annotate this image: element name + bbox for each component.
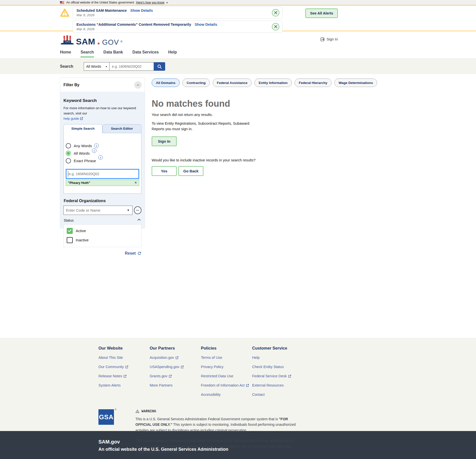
pill-entity-information[interactable]: Entity Information	[254, 78, 292, 87]
pill-federal-assistance[interactable]: Federal Assistance	[213, 78, 252, 87]
chevron-up-icon[interactable]	[137, 219, 141, 222]
footer-link-acquisition-gov[interactable]: Acquisition.gov	[150, 356, 201, 360]
nav-item-help[interactable]: Help	[168, 50, 177, 57]
uncle-sam-hat-icon: ★★★	[60, 35, 74, 46]
site-header: ★★★ SAM★GOV® Sign In	[0, 31, 476, 50]
radio-all-words[interactable]	[66, 151, 71, 156]
footer-column-our-website: Our Website About This Site Our Communit…	[98, 346, 150, 402]
status-section-title: Status	[64, 218, 74, 222]
yes-button[interactable]: Yes	[152, 166, 177, 176]
show-details-link[interactable]: Show Details	[195, 22, 217, 26]
footer-link-usaspending-gov[interactable]: USASpending.gov	[150, 365, 201, 369]
footer-link-accessibility[interactable]: Accessibility	[201, 393, 252, 397]
footer-link-federal-service-desk[interactable]: Federal Service Desk	[252, 374, 303, 378]
how-you-know-link[interactable]: Here's how you know	[136, 1, 164, 4]
footer-column-policies: Policies Terms of Use Privacy Policy Res…	[201, 346, 252, 402]
keyword-search-description: For more information on how to use our k…	[63, 106, 141, 116]
sam-gov-logo[interactable]: ★★★ SAM★GOV®	[60, 35, 122, 46]
federal-organizations-title: Federal Organizations	[64, 199, 141, 203]
checkbox-active[interactable]	[67, 228, 73, 234]
footer-column-title: Our Website	[98, 346, 150, 351]
nav-item-home[interactable]: Home	[60, 50, 71, 57]
warning-block: WARNING This is a U.S. General Services …	[135, 409, 298, 459]
pill-wage-determinations[interactable]: Wage Determinations	[334, 78, 377, 87]
reset-filters-link[interactable]: Reset	[125, 251, 136, 256]
alert-card: Exclusions “Additional Comments” Content…	[73, 20, 283, 33]
checkbox-active-label: Active	[76, 229, 86, 233]
footer-link-external-resources[interactable]: External Resources	[252, 383, 303, 387]
show-details-link[interactable]: Show Details	[130, 8, 153, 12]
help-guide-label: help guide	[63, 117, 79, 120]
more-options-button[interactable]: •••	[134, 206, 141, 214]
federal-organizations-combobox[interactable]: ▼	[63, 206, 132, 215]
federal-organizations-input[interactable]	[64, 206, 124, 214]
nav-item-data-bank[interactable]: Data Bank	[103, 50, 123, 57]
alerts-section: Scheduled SAM Maintenance Show Details M…	[0, 5, 476, 31]
nav-item-data-services[interactable]: Data Services	[132, 50, 159, 57]
see-all-alerts-button[interactable]: See All Alerts	[305, 8, 338, 18]
keyword-search-input[interactable]	[66, 169, 139, 179]
radio-any-words[interactable]	[66, 143, 71, 148]
alert-close-button[interactable]	[272, 23, 279, 30]
logo-text-sam: SAM	[76, 37, 95, 46]
collapse-filters-button[interactable]: −	[134, 81, 142, 89]
gsa-logo: GSA	[98, 409, 114, 425]
status-filter-box: Active Inactive	[63, 224, 141, 247]
nav-item-search[interactable]: Search	[80, 50, 94, 57]
no-matches-subtext: Your search did not return any results.	[152, 113, 416, 117]
info-icon[interactable]: i	[98, 155, 103, 160]
footer-link-terms-of-use[interactable]: Terms of Use	[201, 356, 252, 360]
footer-link-privacy-policy[interactable]: Privacy Policy	[201, 365, 252, 369]
footer-link-check-entity-status[interactable]: Check Entity Status	[252, 365, 303, 369]
go-back-button[interactable]: Go Back	[178, 166, 203, 176]
help-guide-link[interactable]: help guide	[63, 117, 83, 120]
alert-row: Exclusions “Additional Comments” Content…	[60, 20, 416, 33]
tab-simple-search[interactable]: Simple Search	[63, 124, 102, 133]
footer-link-release-notes[interactable]: Release Notes	[98, 374, 150, 378]
external-link-icon	[125, 365, 128, 369]
search-submit-button[interactable]	[154, 62, 165, 71]
gsa-registered-mark: ®	[115, 408, 116, 411]
external-link-icon	[181, 365, 184, 369]
footer-column-title: Policies	[201, 346, 252, 351]
info-icon[interactable]: i	[94, 143, 99, 148]
logo-registered-mark: ®	[120, 40, 122, 43]
pill-federal-hierarchy[interactable]: Federal Hierarchy	[295, 78, 332, 87]
domain-filter-pills: All Domains Contracting Federal Assistan…	[152, 78, 416, 87]
footer-column-customer-service: Customer Service Help Check Entity Statu…	[252, 346, 303, 402]
alert-card: Scheduled SAM Maintenance Show Details M…	[73, 6, 283, 19]
warning-paragraph-1: This is a U.S. General Services Administ…	[135, 416, 298, 433]
footer-link-more-partners[interactable]: More Partners	[150, 383, 201, 387]
footer-link-our-community[interactable]: Our Community	[98, 365, 150, 369]
pill-contracting[interactable]: Contracting	[182, 78, 210, 87]
search-mode-select[interactable]: All Words ▾	[84, 62, 109, 71]
logo-star-icon: ★	[97, 41, 100, 46]
sign-in-note: To view Entity Registrations, Subcontrac…	[152, 121, 254, 132]
radio-exact-phrase[interactable]	[66, 158, 71, 163]
refresh-icon	[137, 251, 141, 255]
tab-search-editor[interactable]: Search Editor	[102, 124, 141, 133]
footer-column-title: Our Partners	[150, 346, 201, 351]
footer-link-about-this-site[interactable]: About This Site	[98, 356, 150, 360]
external-link-icon	[169, 375, 172, 378]
chip-remove-icon[interactable]: ✕	[134, 181, 137, 184]
pill-all-domains[interactable]: All Domains	[152, 78, 180, 87]
alert-close-button[interactable]	[272, 9, 279, 16]
info-icon[interactable]: i	[92, 148, 96, 153]
footer-link-contact[interactable]: Contact	[252, 393, 303, 397]
global-search-input[interactable]	[109, 62, 154, 71]
sign-in-button[interactable]: Sign In	[152, 136, 177, 146]
text-cursor	[68, 171, 68, 177]
footer-link-help[interactable]: Help	[252, 356, 303, 360]
header-sign-in-button[interactable]: Sign In	[321, 37, 338, 41]
gov-banner-text: An official website of the United States…	[66, 1, 134, 4]
filter-panel-title: Filter By	[63, 83, 79, 87]
alert-title: Scheduled SAM Maintenance	[76, 8, 127, 12]
checkbox-inactive[interactable]	[67, 237, 73, 243]
footer-link-restricted-data-use[interactable]: Restricted Data Use	[201, 374, 252, 378]
footer-link-foia[interactable]: Freedom of Information Act	[201, 383, 252, 387]
alert-title: Exclusions “Additional Comments” Content…	[76, 22, 191, 26]
footer-link-system-alerts[interactable]: System Alerts	[98, 383, 150, 387]
footer-link-grants-gov[interactable]: Grants.gov	[150, 374, 201, 378]
site-footer: Our Website About This Site Our Communit…	[0, 338, 476, 431]
